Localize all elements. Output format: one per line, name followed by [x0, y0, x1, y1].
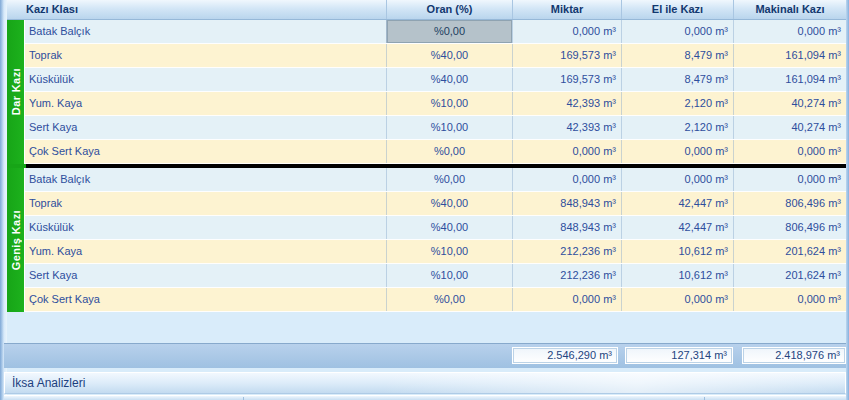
total-el-ile-kazi-field: 127,314 m³	[625, 347, 733, 364]
table-row[interactable]: Batak Balçık %0,00 0,000 m³ 0,000 m³ 0,0…	[25, 168, 846, 192]
cell-oran[interactable]: %40,00	[386, 216, 512, 239]
cell-miktar: 169,573 m³	[512, 44, 621, 67]
column-header-miktar[interactable]: Miktar	[512, 0, 621, 19]
table-row[interactable]: Sert Kaya %10,00 212,236 m³ 10,612 m³ 20…	[25, 264, 846, 288]
cell-miktar: 212,236 m³	[512, 240, 621, 263]
group-label-dar-kazi: Dar Kazı	[10, 68, 22, 115]
table-row[interactable]: Çok Sert Kaya %0,00 0,000 m³ 0,000 m³ 0,…	[25, 288, 846, 312]
cell-kazi-klasi: Toprak	[25, 192, 386, 215]
cell-el-ile-kazi: 8,479 m³	[621, 68, 733, 91]
cell-kazi-klasi: Sert Kaya	[25, 264, 386, 287]
cell-oran-selected[interactable]: %0,00	[386, 20, 512, 43]
cell-oran[interactable]: %10,00	[386, 92, 512, 115]
table-row[interactable]: Toprak %40,00 169,573 m³ 8,479 m³ 161,09…	[25, 44, 846, 68]
cell-kazi-klasi: Yum. Kaya	[25, 92, 386, 115]
iksa-analizleri-label: İksa Analizleri	[12, 376, 85, 390]
cell-kazi-klasi: Yum. Kaya	[25, 240, 386, 263]
excavation-class-grid: Kazı Klası Oran (%) Miktar El ile Kazı M…	[7, 0, 846, 312]
group-band-dar-kazi: Dar Kazı	[7, 20, 25, 164]
iksa-analizleri-section-bar[interactable]: İksa Analizleri	[4, 372, 846, 394]
cell-el-ile-kazi: 42,447 m³	[621, 192, 733, 215]
cell-makinali-kazi: 806,496 m³	[733, 216, 846, 239]
cell-el-ile-kazi: 0,000 m³	[621, 168, 733, 191]
cell-kazi-klasi: Küskülük	[25, 216, 386, 239]
cell-miktar: 42,393 m³	[512, 116, 621, 139]
group-label-genis-kazi: Geniş Kazı	[10, 210, 22, 270]
cell-miktar: 0,000 m³	[512, 288, 621, 311]
total-makinali-kazi-field: 2.418,976 m³	[742, 347, 846, 364]
grid-header: Kazı Klası Oran (%) Miktar El ile Kazı M…	[7, 0, 846, 20]
cell-kazi-klasi: Batak Balçık	[25, 20, 386, 43]
cell-makinali-kazi: 40,274 m³	[733, 116, 846, 139]
cell-makinali-kazi: 161,094 m³	[733, 68, 846, 91]
column-header-kazi-klasi[interactable]: Kazı Klası	[7, 0, 386, 19]
column-header-el-ile-kazi[interactable]: El ile Kazı	[621, 0, 733, 19]
table-row[interactable]: Toprak %40,00 848,943 m³ 42,447 m³ 806,4…	[25, 192, 846, 216]
next-section-top-edge	[4, 395, 846, 400]
cell-oran[interactable]: %40,00	[386, 68, 512, 91]
cell-makinali-kazi: 0,000 m³	[733, 20, 846, 43]
cell-el-ile-kazi: 10,612 m³	[621, 240, 733, 263]
table-row[interactable]: Yum. Kaya %10,00 42,393 m³ 2,120 m³ 40,2…	[25, 92, 846, 116]
cell-makinali-kazi: 0,000 m³	[733, 140, 846, 163]
cell-miktar: 0,000 m³	[512, 140, 621, 163]
group-band-genis-kazi: Geniş Kazı	[7, 168, 25, 312]
cell-kazi-klasi: Küskülük	[25, 68, 386, 91]
cell-oran[interactable]: %40,00	[386, 192, 512, 215]
cell-miktar: 169,573 m³	[512, 68, 621, 91]
cell-makinali-kazi: 0,000 m³	[733, 168, 846, 191]
cell-kazi-klasi: Çok Sert Kaya	[25, 288, 386, 311]
cell-el-ile-kazi: 2,120 m³	[621, 116, 733, 139]
cell-miktar: 0,000 m³	[512, 20, 621, 43]
cell-makinali-kazi: 806,496 m³	[733, 192, 846, 215]
cell-miktar: 212,236 m³	[512, 264, 621, 287]
column-header-oran[interactable]: Oran (%)	[386, 0, 512, 19]
cell-oran[interactable]: %40,00	[386, 44, 512, 67]
cell-miktar: 0,000 m³	[512, 168, 621, 191]
column-header-makinali-kazi[interactable]: Makinalı Kazı	[733, 0, 846, 19]
cell-makinali-kazi: 0,000 m³	[733, 288, 846, 311]
cell-makinali-kazi: 201,624 m³	[733, 264, 846, 287]
cell-oran[interactable]: %10,00	[386, 116, 512, 139]
cell-kazi-klasi: Sert Kaya	[25, 116, 386, 139]
cell-makinali-kazi: 161,094 m³	[733, 44, 846, 67]
cell-makinali-kazi: 201,624 m³	[733, 240, 846, 263]
table-row[interactable]: Yum. Kaya %10,00 212,236 m³ 10,612 m³ 20…	[25, 240, 846, 264]
cell-oran[interactable]: %0,00	[386, 140, 512, 163]
window-left-edge	[0, 0, 7, 400]
cell-oran[interactable]: %0,00	[386, 168, 512, 191]
table-row[interactable]: Küskülük %40,00 169,573 m³ 8,479 m³ 161,…	[25, 68, 846, 92]
totals-band: 2.546,290 m³ 127,314 m³ 2.418,976 m³	[4, 343, 846, 368]
cell-oran[interactable]: %10,00	[386, 264, 512, 287]
cell-el-ile-kazi: 0,000 m³	[621, 20, 733, 43]
cell-el-ile-kazi: 10,612 m³	[621, 264, 733, 287]
table-row[interactable]: Küskülük %40,00 848,943 m³ 42,447 m³ 806…	[25, 216, 846, 240]
cell-miktar: 848,943 m³	[512, 216, 621, 239]
group-genis-kazi: Geniş Kazı Batak Balçık %0,00 0,000 m³ 0…	[7, 168, 846, 312]
total-miktar-field: 2.546,290 m³	[512, 347, 618, 364]
table-row[interactable]: Batak Balçık %0,00 0,000 m³ 0,000 m³ 0,0…	[25, 20, 846, 44]
cell-el-ile-kazi: 0,000 m³	[621, 288, 733, 311]
cell-miktar: 42,393 m³	[512, 92, 621, 115]
group-dar-kazi: Dar Kazı Batak Balçık %0,00 0,000 m³ 0,0…	[7, 20, 846, 164]
cell-oran[interactable]: %10,00	[386, 240, 512, 263]
cell-el-ile-kazi: 2,120 m³	[621, 92, 733, 115]
cell-el-ile-kazi: 8,479 m³	[621, 44, 733, 67]
cell-kazi-klasi: Toprak	[25, 44, 386, 67]
table-row[interactable]: Sert Kaya %10,00 42,393 m³ 2,120 m³ 40,2…	[25, 116, 846, 140]
cell-makinali-kazi: 40,274 m³	[733, 92, 846, 115]
cell-el-ile-kazi: 42,447 m³	[621, 216, 733, 239]
excavation-analysis-window: Kazı Klası Oran (%) Miktar El ile Kazı M…	[0, 0, 849, 400]
table-row[interactable]: Çok Sert Kaya %0,00 0,000 m³ 0,000 m³ 0,…	[25, 140, 846, 164]
cell-miktar: 848,943 m³	[512, 192, 621, 215]
cell-kazi-klasi: Batak Balçık	[25, 168, 386, 191]
cell-el-ile-kazi: 0,000 m³	[621, 140, 733, 163]
cell-oran[interactable]: %0,00	[386, 288, 512, 311]
cell-kazi-klasi: Çok Sert Kaya	[25, 140, 386, 163]
